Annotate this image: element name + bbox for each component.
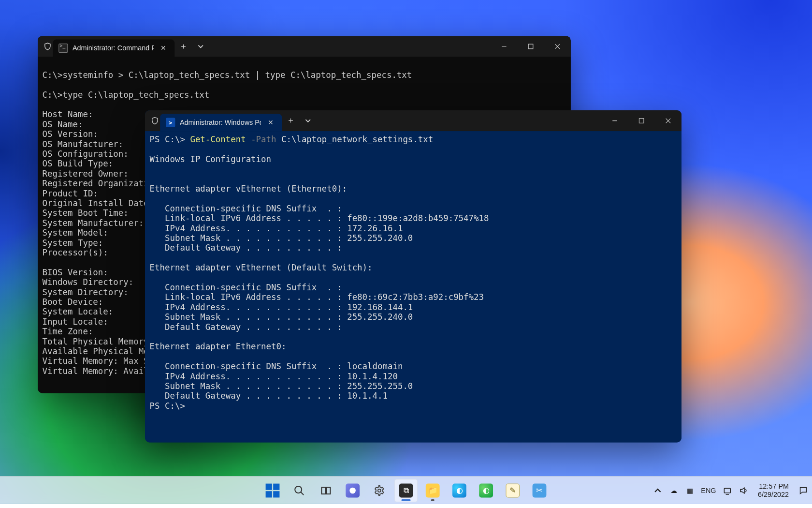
svg-rect-10 (724, 488, 730, 493)
svg-rect-1 (528, 44, 533, 49)
ps-tab[interactable]: Administrator: Windows Powe ✕ (160, 114, 282, 131)
taskbar: ⧉ 📁 ◐ ◐ ✎ ✂ ☁ ▦ ENG 12:57 PM 6/29/2022 (0, 476, 812, 504)
network-icon[interactable] (722, 485, 733, 496)
svg-point-8 (349, 487, 356, 493)
close-tab-icon[interactable]: ✕ (159, 43, 169, 54)
notepad-button[interactable]: ✎ (501, 478, 524, 502)
shield-icon (150, 116, 160, 126)
close-button[interactable] (544, 37, 571, 56)
task-view-button[interactable] (314, 478, 337, 502)
powershell-app-icon (166, 118, 175, 127)
svg-rect-7 (326, 487, 330, 493)
maximize-button[interactable] (628, 111, 655, 130)
svg-rect-6 (321, 487, 325, 493)
tray-overflow-icon[interactable] (652, 485, 663, 496)
minimize-button[interactable] (601, 111, 628, 130)
powershell-window: Administrator: Windows Powe ✕ ＋ PS C:\> … (145, 110, 682, 442)
edge-dev-button[interactable]: ◐ (475, 478, 498, 502)
notifications-icon[interactable] (798, 485, 809, 496)
language-indicator[interactable]: ENG (701, 486, 716, 494)
tab-dropdown-button[interactable] (192, 38, 209, 55)
close-button[interactable] (655, 111, 682, 130)
clock[interactable]: 12:57 PM 6/29/2022 (758, 482, 789, 499)
clock-date: 6/29/2022 (758, 490, 789, 498)
cmd-titlebar[interactable]: Administrator: Command Pro ✕ ＋ (38, 36, 571, 57)
settings-button[interactable] (368, 478, 391, 502)
vm-tools-icon[interactable]: ▦ (685, 485, 696, 496)
clock-time: 12:57 PM (758, 482, 789, 491)
close-tab-icon[interactable]: ✕ (266, 117, 276, 128)
edge-button[interactable]: ◐ (448, 478, 471, 502)
new-tab-button[interactable]: ＋ (174, 38, 192, 55)
svg-point-9 (378, 489, 381, 492)
terminal-button[interactable]: ⧉ (394, 478, 418, 502)
onedrive-icon[interactable]: ☁ (668, 485, 679, 496)
cmd-tab-title: Administrator: Command Pro (72, 44, 154, 52)
start-button[interactable] (261, 478, 284, 502)
tab-dropdown-button[interactable] (299, 112, 317, 130)
system-tray: ☁ ▦ ENG 12:57 PM 6/29/2022 (652, 482, 809, 499)
ps-tab-title: Administrator: Windows Powe (180, 119, 261, 127)
volume-icon[interactable] (738, 485, 749, 496)
cmd-tab[interactable]: Administrator: Command Pro ✕ (53, 40, 174, 57)
ps-output[interactable]: PS C:\> Get-Content -Path C:\laptop_netw… (145, 131, 682, 442)
new-tab-button[interactable]: ＋ (282, 112, 299, 130)
chat-button[interactable] (341, 478, 364, 502)
ps-titlebar[interactable]: Administrator: Windows Powe ✕ ＋ (145, 110, 682, 131)
search-button[interactable] (288, 478, 311, 502)
svg-rect-3 (639, 119, 644, 123)
svg-point-4 (295, 486, 302, 493)
taskbar-center: ⧉ 📁 ◐ ◐ ✎ ✂ (261, 478, 551, 502)
cmd-app-icon (58, 44, 68, 53)
file-explorer-button[interactable]: 📁 (421, 478, 444, 502)
maximize-button[interactable] (517, 37, 544, 56)
minimize-button[interactable] (491, 37, 517, 56)
svg-line-5 (301, 492, 304, 494)
shield-icon (43, 41, 53, 52)
snipping-tool-button[interactable]: ✂ (528, 478, 551, 502)
